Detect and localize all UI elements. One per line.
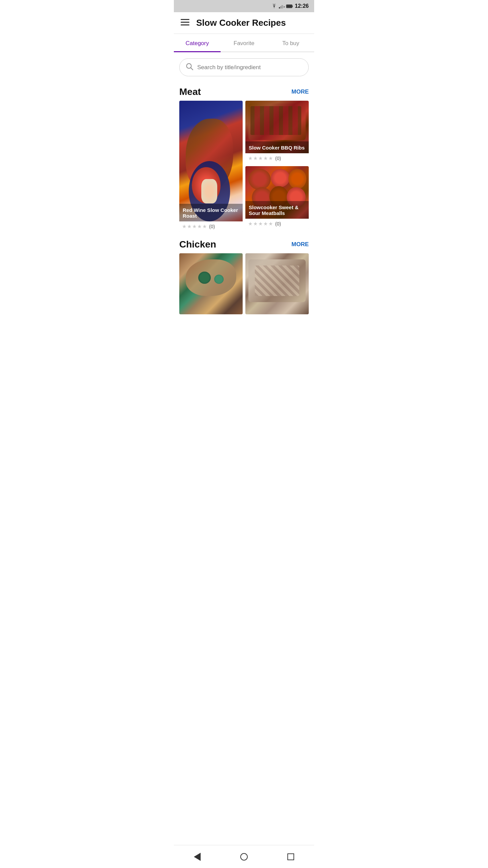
bbq-ribs-rating-count: (0): [275, 156, 281, 161]
status-time: 12:26: [295, 3, 309, 9]
tab-to-buy[interactable]: To buy: [267, 34, 314, 52]
recipe-card-bbq-ribs[interactable]: Slow Cooker BBQ Ribs ★ ★ ★ ★ ★ (0): [245, 101, 309, 163]
roast-rating: ★ ★ ★ ★ ★ (0): [179, 221, 243, 232]
section-chicken: Chicken MORE: [174, 235, 314, 318]
svg-rect-5: [287, 5, 292, 7]
chicken-recipe-grid: [179, 253, 309, 314]
tab-favorite[interactable]: Favorite: [221, 34, 267, 52]
chicken-section-title: Chicken: [179, 239, 216, 250]
tabs-container: Category Favorite To buy: [174, 34, 314, 52]
chicken2-image: [245, 253, 309, 314]
main-content: Meat MORE Red Wine Slow Cooker Roast ★ ★: [174, 52, 314, 345]
svg-rect-2: [282, 5, 283, 8]
signal-icon: ✕: [279, 4, 285, 8]
svg-text:✕: ✕: [283, 5, 285, 8]
search-container: [174, 52, 314, 82]
home-icon: [240, 853, 248, 861]
search-bar[interactable]: [179, 58, 309, 76]
recent-icon: [287, 853, 294, 860]
svg-rect-0: [279, 7, 280, 8]
app-title: Slow Cooker Recipes: [196, 18, 286, 28]
status-icons: ✕ 12:26: [271, 3, 309, 9]
meatballs-rating: ★ ★ ★ ★ ★ (0): [245, 219, 309, 229]
nav-home-button[interactable]: [234, 847, 254, 867]
svg-rect-8: [181, 24, 189, 25]
roast-image: Red Wine Slow Cooker Roast: [179, 101, 243, 221]
tab-category[interactable]: Category: [174, 34, 221, 52]
svg-rect-7: [181, 22, 189, 23]
back-icon: [194, 853, 201, 861]
recipe-card-roast[interactable]: Red Wine Slow Cooker Roast ★ ★ ★ ★ ★ (0): [179, 101, 243, 232]
status-bar: ✕ 12:26: [174, 0, 314, 12]
meat-section-title: Meat: [179, 86, 201, 97]
svg-rect-1: [280, 6, 281, 8]
recipe-card-meatballs[interactable]: Slowcooker Sweet & Sour Meatballs ★ ★ ★ …: [245, 166, 309, 229]
bbq-ribs-rating: ★ ★ ★ ★ ★ (0): [245, 153, 309, 163]
meat-more-button[interactable]: MORE: [291, 88, 309, 95]
bbq-ribs-image: Slow Cooker BBQ Ribs: [245, 101, 309, 153]
menu-icon[interactable]: [181, 19, 189, 27]
chicken-more-button[interactable]: MORE: [291, 241, 309, 248]
roast-rating-count: (0): [209, 224, 215, 229]
search-input[interactable]: [197, 64, 302, 71]
chicken1-image: [179, 253, 243, 314]
roast-name: Red Wine Slow Cooker Roast: [179, 204, 243, 221]
search-icon: [186, 63, 193, 72]
nav-bar: [174, 845, 314, 868]
svg-line-10: [191, 68, 193, 70]
app-bar: Slow Cooker Recipes: [174, 12, 314, 34]
bbq-ribs-name: Slow Cooker BBQ Ribs: [245, 141, 309, 153]
meatballs-stars: ★ ★ ★ ★ ★: [248, 221, 273, 227]
svg-rect-6: [181, 19, 189, 20]
bbq-ribs-stars: ★ ★ ★ ★ ★: [248, 155, 273, 161]
meatballs-image: Slowcooker Sweet & Sour Meatballs: [245, 166, 309, 219]
recipe-card-chicken1[interactable]: [179, 253, 243, 314]
recipe-card-chicken2[interactable]: [245, 253, 309, 314]
roast-stars: ★ ★ ★ ★ ★: [182, 223, 207, 230]
nav-recent-button[interactable]: [281, 847, 301, 867]
chicken-section-header: Chicken MORE: [179, 235, 309, 253]
meatballs-name: Slowcooker Sweet & Sour Meatballs: [245, 201, 309, 219]
meat-recipe-grid: Red Wine Slow Cooker Roast ★ ★ ★ ★ ★ (0): [179, 101, 309, 232]
wifi-icon: [271, 4, 277, 8]
battery-icon: [286, 4, 293, 8]
section-meat: Meat MORE Red Wine Slow Cooker Roast ★ ★: [174, 82, 314, 235]
meat-section-header: Meat MORE: [179, 82, 309, 101]
nav-back-button[interactable]: [187, 847, 207, 867]
meatballs-rating-count: (0): [275, 221, 281, 226]
